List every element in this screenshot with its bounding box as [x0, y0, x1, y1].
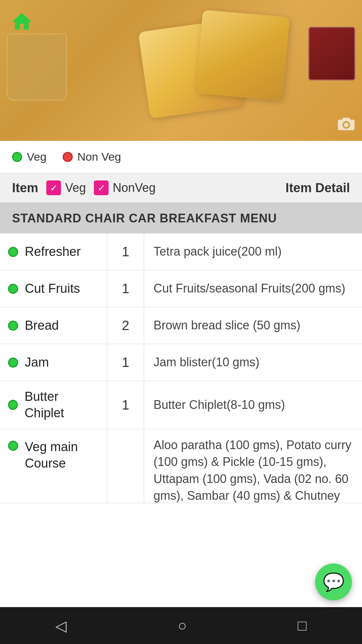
qty-cell: 2	[107, 307, 144, 344]
veg-dot	[12, 152, 22, 162]
detail-cell: Cut Fruits/seasonal Fruits(200 gms)	[144, 270, 362, 307]
hero-image	[0, 0, 362, 141]
recent-apps-button[interactable]: □	[298, 617, 307, 634]
nonveg-legend-label: Non Veg	[77, 150, 121, 163]
table-row: Cut Fruits 1 Cut Fruits/seasonal Fruits(…	[0, 270, 362, 307]
back-button[interactable]: ◁	[55, 617, 67, 634]
table-row: Veg main Course Aloo paratha (100 gms), …	[0, 429, 362, 503]
item-name: Butter Chiplet	[24, 388, 99, 422]
item-cell: Veg main Course	[0, 429, 107, 503]
section-title: STANDARD CHAIR CAR BREAKFAST MENU	[12, 211, 277, 225]
detail-cell: Tetra pack juice(200 ml)	[144, 233, 362, 270]
bottom-navigation: ◁ ○ □	[0, 607, 362, 644]
veg-legend-label: Veg	[27, 150, 47, 163]
item-cell: Jam	[0, 344, 107, 381]
home-button[interactable]	[10, 10, 34, 35]
item-cell: Refresher	[0, 233, 107, 270]
nonveg-dot	[63, 152, 73, 162]
camera-icon[interactable]	[337, 115, 355, 134]
chat-icon: 💬	[323, 572, 345, 592]
legend-bar: Veg Non Veg	[0, 141, 362, 173]
item-column-header: Item	[12, 181, 38, 195]
table-row: Refresher 1 Tetra pack juice(200 ml)	[0, 233, 362, 270]
table-row: Jam 1 Jam blister(10 gms)	[0, 344, 362, 381]
section-header: STANDARD CHAIR CAR BREAKFAST MENU	[0, 203, 362, 233]
veg-indicator	[8, 247, 18, 257]
menu-list: Refresher 1 Tetra pack juice(200 ml) Cut…	[0, 233, 362, 503]
detail-cell: Aloo paratha (100 gms), Potato curry (10…	[144, 429, 362, 503]
veg-filter-checkbox[interactable]: ✓ Veg	[46, 180, 86, 195]
nonveg-filter-checkbox[interactable]: ✓ NonVeg	[94, 180, 156, 195]
item-name: Veg main Course	[25, 439, 99, 472]
qty-cell: 1	[107, 270, 144, 307]
veg-indicator	[8, 358, 18, 368]
veg-indicator	[8, 321, 18, 331]
chat-fab-button[interactable]: 💬	[315, 564, 352, 600]
veg-indicator	[8, 441, 18, 451]
hero-cup-shape	[7, 34, 67, 101]
nonveg-legend: Non Veg	[63, 150, 121, 163]
table-row: Bread 2 Brown bread slice (50 gms)	[0, 307, 362, 344]
item-name: Jam	[25, 354, 49, 371]
nonveg-filter-label: NonVeg	[113, 181, 156, 195]
qty-cell: 1	[107, 381, 144, 429]
hero-bread2-shape	[196, 10, 290, 101]
home-nav-button[interactable]: ○	[178, 617, 187, 634]
veg-indicator	[8, 400, 18, 410]
veg-legend: Veg	[12, 150, 47, 163]
item-name: Bread	[25, 317, 59, 334]
item-cell: Bread	[0, 307, 107, 344]
detail-cell: Jam blister(10 gms)	[144, 344, 362, 381]
item-cell: Butter Chiplet	[0, 381, 107, 429]
detail-cell: Brown bread slice (50 gms)	[144, 307, 362, 344]
item-detail-column-header: Item Detail	[286, 181, 350, 195]
veg-indicator	[8, 284, 18, 294]
nonveg-check-icon[interactable]: ✓	[94, 180, 109, 195]
item-cell: Cut Fruits	[0, 270, 107, 307]
veg-check-icon[interactable]: ✓	[46, 180, 61, 195]
hero-jam-shape	[308, 27, 355, 80]
detail-cell: Butter Chiplet(8-10 gms)	[144, 381, 362, 429]
qty-cell: 1	[107, 233, 144, 270]
item-name: Refresher	[25, 244, 81, 260]
veg-filter-label: Veg	[65, 181, 86, 195]
item-name: Cut Fruits	[25, 280, 80, 297]
qty-cell: 1	[107, 344, 144, 381]
table-row: Butter Chiplet 1 Butter Chiplet(8-10 gms…	[0, 381, 362, 429]
filter-row: Item ✓ Veg ✓ NonVeg Item Detail	[0, 173, 362, 203]
qty-cell	[107, 429, 144, 503]
